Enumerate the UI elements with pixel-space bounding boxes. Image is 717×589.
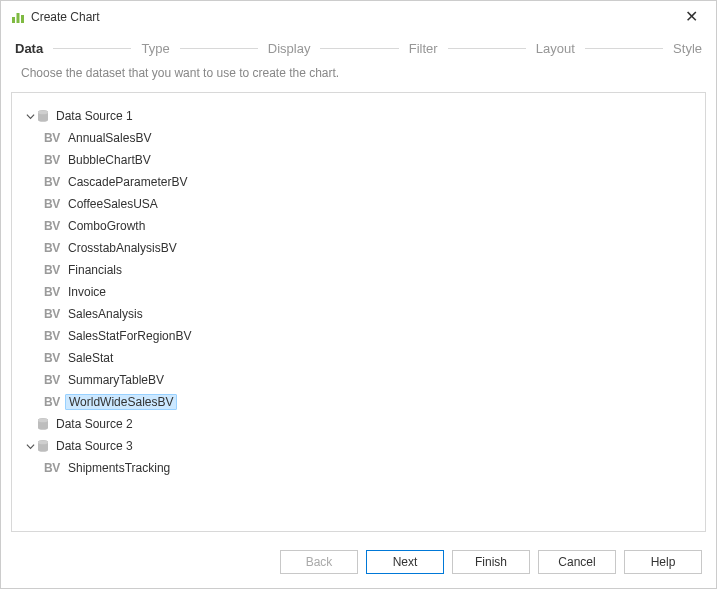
svg-rect-1	[17, 13, 20, 23]
database-icon	[36, 439, 50, 453]
bv-icon: BV	[44, 373, 64, 387]
wizard-steps: Data Type Display Filter Layout Style	[1, 33, 716, 62]
step-style[interactable]: Style	[673, 41, 702, 56]
bv-icon: BV	[44, 461, 64, 475]
tree-item[interactable]: BVSaleStat	[20, 347, 697, 369]
titlebar: Create Chart ✕	[1, 1, 716, 33]
next-button[interactable]: Next	[366, 550, 444, 574]
tree-item[interactable]: BVCrosstabAnalysisBV	[20, 237, 697, 259]
tree-item-label: SalesStatForRegionBV	[66, 328, 193, 344]
tree-item[interactable]: BVSummaryTableBV	[20, 369, 697, 391]
svg-point-6	[38, 418, 48, 422]
tree-item-label: Invoice	[66, 284, 108, 300]
tree-item[interactable]: BVInvoice	[20, 281, 697, 303]
bv-icon: BV	[44, 351, 64, 365]
tree-item[interactable]: BVFinancials	[20, 259, 697, 281]
chevron-down-icon[interactable]	[24, 112, 36, 121]
tree-node-label: Data Source 1	[54, 108, 135, 124]
chevron-down-icon[interactable]	[24, 442, 36, 451]
bv-icon: BV	[44, 131, 64, 145]
tree-item-label: SummaryTableBV	[66, 372, 166, 388]
step-display[interactable]: Display	[268, 41, 311, 56]
step-separator	[53, 48, 131, 49]
tree-datasource-3[interactable]: Data Source 3	[20, 435, 697, 457]
tree-item[interactable]: BVSalesAnalysis	[20, 303, 697, 325]
tree-datasource-2[interactable]: Data Source 2	[20, 413, 697, 435]
bv-icon: BV	[44, 307, 64, 321]
back-button: Back	[280, 550, 358, 574]
help-button[interactable]: Help	[624, 550, 702, 574]
database-icon	[36, 417, 50, 431]
svg-point-8	[38, 440, 48, 444]
step-data[interactable]: Data	[15, 41, 43, 56]
tree-node-label: Data Source 3	[54, 438, 135, 454]
tree-item[interactable]: BVSalesStatForRegionBV	[20, 325, 697, 347]
tree-item[interactable]: BVCoffeeSalesUSA	[20, 193, 697, 215]
database-icon	[36, 109, 50, 123]
tree-item-label: ShipmentsTracking	[66, 460, 172, 476]
tree-item[interactable]: BVComboGrowth	[20, 215, 697, 237]
tree-item-label: CoffeeSalesUSA	[66, 196, 160, 212]
tree-item[interactable]: BVAnnualSalesBV	[20, 127, 697, 149]
finish-button[interactable]: Finish	[452, 550, 530, 574]
step-separator	[320, 48, 398, 49]
step-layout[interactable]: Layout	[536, 41, 575, 56]
tree-node-label: Data Source 2	[54, 416, 135, 432]
step-filter[interactable]: Filter	[409, 41, 438, 56]
wizard-subtitle: Choose the dataset that you want to use …	[1, 62, 716, 92]
tree-item-label: AnnualSalesBV	[66, 130, 153, 146]
chart-app-icon	[11, 10, 25, 24]
bv-icon: BV	[44, 153, 64, 167]
tree-item[interactable]: BVCascadeParameterBV	[20, 171, 697, 193]
step-type[interactable]: Type	[141, 41, 169, 56]
tree-item-label: CascadeParameterBV	[66, 174, 189, 190]
svg-point-4	[38, 110, 48, 114]
tree-item-label: SaleStat	[66, 350, 115, 366]
step-separator	[448, 48, 526, 49]
wizard-footer: Back Next Finish Cancel Help	[1, 540, 716, 588]
tree-item-label: CrosstabAnalysisBV	[66, 240, 179, 256]
bv-icon: BV	[44, 241, 64, 255]
tree-item-label: Financials	[66, 262, 124, 278]
bv-icon: BV	[44, 285, 64, 299]
bv-icon: BV	[44, 175, 64, 189]
bv-icon: BV	[44, 219, 64, 233]
cancel-button[interactable]: Cancel	[538, 550, 616, 574]
tree-item-label: WorldWideSalesBV	[65, 394, 177, 410]
svg-rect-2	[21, 15, 24, 23]
tree-item[interactable]: BVShipmentsTracking	[20, 457, 697, 479]
dataset-tree-panel: Data Source 1 BVAnnualSalesBVBVBubbleCha…	[11, 92, 706, 532]
tree-item-label: BubbleChartBV	[66, 152, 153, 168]
tree-datasource-1[interactable]: Data Source 1	[20, 105, 697, 127]
bv-icon: BV	[44, 329, 64, 343]
bv-icon: BV	[44, 263, 64, 277]
tree-item[interactable]: BVBubbleChartBV	[20, 149, 697, 171]
tree-item-label: SalesAnalysis	[66, 306, 145, 322]
svg-rect-0	[12, 17, 15, 23]
close-icon[interactable]: ✕	[677, 7, 706, 27]
tree-item-label: ComboGrowth	[66, 218, 147, 234]
step-separator	[585, 48, 663, 49]
bv-icon: BV	[44, 197, 64, 211]
bv-icon: BV	[44, 395, 64, 409]
step-separator	[180, 48, 258, 49]
tree-item[interactable]: BVWorldWideSalesBV	[20, 391, 697, 413]
window-title: Create Chart	[31, 10, 100, 24]
dataset-tree: Data Source 1 BVAnnualSalesBVBVBubbleCha…	[20, 105, 697, 479]
